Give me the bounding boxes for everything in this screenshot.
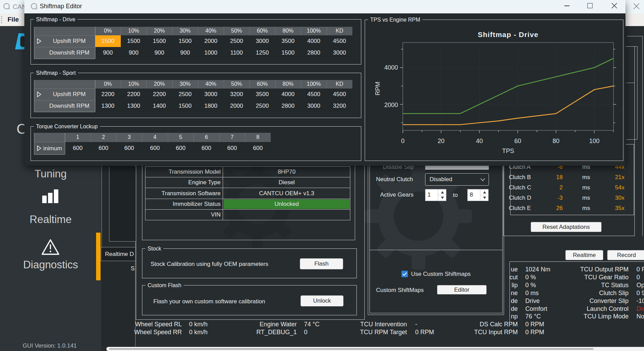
svg-text:2000: 2000 bbox=[384, 102, 398, 108]
svg-text:4000: 4000 bbox=[384, 64, 398, 71]
svg-text:TPS: TPS bbox=[502, 148, 514, 154]
svg-text:RPM: RPM bbox=[374, 82, 381, 95]
svg-text:100: 100 bbox=[589, 138, 599, 144]
svg-text:80: 80 bbox=[552, 138, 559, 144]
svg-text:60: 60 bbox=[514, 138, 521, 144]
svg-text:0: 0 bbox=[401, 138, 405, 144]
svg-text:20: 20 bbox=[438, 138, 445, 144]
svg-text:40: 40 bbox=[476, 138, 483, 144]
svg-text:Shiftmap - Drive: Shiftmap - Drive bbox=[478, 31, 538, 38]
